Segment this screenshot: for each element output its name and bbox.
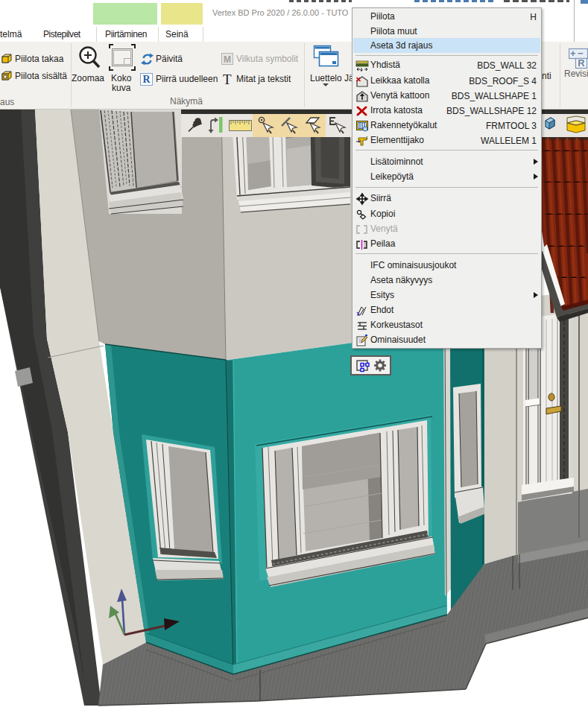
svg-text:R: R — [578, 57, 585, 69]
svg-text:R: R — [142, 74, 151, 85]
svg-text:M: M — [224, 54, 231, 65]
svg-text:+: + — [570, 48, 576, 59]
